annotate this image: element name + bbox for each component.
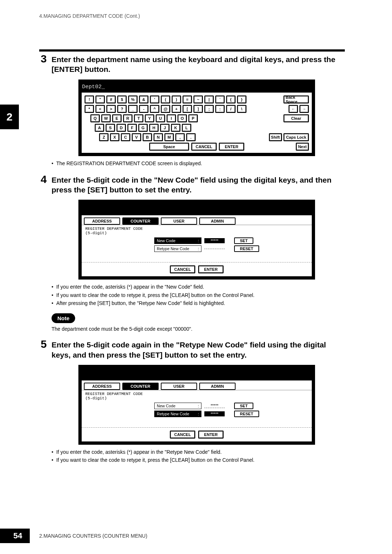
enter-button[interactable]: ENTER [198, 265, 224, 273]
set-button[interactable]: SET [234, 403, 253, 409]
key-space[interactable]: Space [149, 143, 189, 151]
key-amp[interactable]: & [139, 95, 148, 103]
key-x[interactable]: X [110, 133, 119, 141]
key-rbrace[interactable]: } [237, 95, 246, 103]
new-code-value: ***** [204, 403, 225, 408]
page-number: 54 [0, 529, 30, 543]
step-number: 3 [41, 53, 47, 65]
key-colon[interactable]: : [215, 105, 225, 113]
key-w[interactable]: W [101, 114, 111, 122]
key-caret[interactable]: ^ [150, 105, 159, 113]
key-semicolon[interactable]: ; [204, 105, 214, 113]
key-k[interactable]: K [171, 124, 180, 132]
key-shift[interactable]: Shift [269, 133, 282, 141]
step-5: 5 Enter the 5-digit code again in the "R… [39, 340, 345, 464]
key-rparen[interactable]: ) [172, 95, 181, 103]
key-l[interactable]: L [182, 124, 191, 132]
key-enter[interactable]: ENTER [219, 143, 244, 151]
key-exclaim[interactable]: ! [85, 95, 94, 103]
key-t[interactable]: T [134, 114, 143, 122]
key-next[interactable]: Next [296, 143, 309, 151]
key-apos[interactable]: ' [150, 95, 159, 103]
key-underscore[interactable]: _ [128, 105, 138, 113]
key-e[interactable]: E [112, 114, 122, 122]
key-hash[interactable]: # [106, 95, 116, 103]
tab-admin[interactable]: ADMIN [199, 217, 236, 225]
key-backslash[interactable]: \ [237, 105, 246, 113]
step-instruction: Enter the department name using the keyb… [52, 54, 345, 74]
key-lbrace[interactable]: { [226, 95, 236, 103]
key-arrow-right[interactable]: → [299, 105, 309, 113]
key-comma[interactable]: , [175, 133, 185, 141]
retype-code-field[interactable]: Retype New Code : [154, 245, 201, 252]
key-i[interactable]: I [167, 114, 176, 122]
reset-button[interactable]: RESET [234, 411, 259, 417]
step-number: 4 [41, 173, 47, 186]
tab-admin[interactable]: ADMIN [199, 383, 236, 390]
new-code-field[interactable]: New Code : [154, 237, 201, 244]
key-b[interactable]: B [143, 133, 152, 141]
key-g[interactable]: G [138, 124, 148, 132]
tab-counter[interactable]: COUNTER [122, 383, 159, 390]
key-pipe[interactable]: | [204, 95, 214, 103]
register-screenshot-1: ADDRESS COUNTER USER ADMIN REGISTER DEPA… [78, 200, 315, 280]
register-screenshot-2: ADDRESS COUNTER USER ADMIN REGISTER DEPA… [78, 365, 315, 445]
tab-address[interactable]: ADDRESS [84, 383, 120, 390]
retype-code-field[interactable]: Retype New Code : [154, 411, 201, 417]
key-n[interactable]: N [154, 133, 163, 141]
key-backspace[interactable]: Back Space [283, 95, 309, 103]
key-arrow-left[interactable]: ← [289, 105, 298, 113]
key-at[interactable]: @ [161, 105, 170, 113]
key-lbracket[interactable]: [ [183, 105, 192, 113]
key-v[interactable]: V [132, 133, 141, 141]
key-h[interactable]: H [149, 124, 159, 132]
cancel-button[interactable]: CANCEL [170, 431, 195, 439]
key-asterisk[interactable]: * [85, 105, 94, 113]
key-s[interactable]: S [106, 124, 115, 132]
key-plus[interactable]: + [172, 105, 181, 113]
key-equals[interactable]: = [183, 95, 192, 103]
page-header: 4.MANAGING DEPARTMENT CODE (Cont.) [39, 13, 140, 19]
key-m[interactable]: M [164, 133, 174, 141]
tab-counter[interactable]: COUNTER [122, 217, 159, 225]
key-tilde[interactable]: ~ [193, 95, 203, 103]
key-clear[interactable]: Clear [283, 114, 309, 122]
key-rbracket[interactable]: ] [193, 105, 203, 113]
key-minus[interactable]: - [139, 105, 148, 113]
cancel-button[interactable]: CANCEL [170, 265, 195, 273]
tab-user[interactable]: USER [161, 217, 197, 225]
new-code-field[interactable]: New Code : [154, 403, 201, 409]
key-period[interactable]: . [186, 133, 196, 141]
key-c[interactable]: C [121, 133, 130, 141]
retype-code-value [204, 249, 225, 249]
key-backtick[interactable]: ` [215, 95, 225, 103]
key-r[interactable]: R [123, 114, 132, 122]
key-p[interactable]: P [188, 114, 198, 122]
key-d[interactable]: D [117, 124, 126, 132]
key-o[interactable]: O [177, 114, 187, 122]
key-gt[interactable]: > [106, 105, 116, 113]
key-j[interactable]: J [160, 124, 170, 132]
key-lparen[interactable]: ( [161, 95, 170, 103]
reset-button[interactable]: RESET [234, 245, 259, 252]
key-lt[interactable]: < [95, 105, 105, 113]
key-y[interactable]: Y [145, 114, 154, 122]
enter-button[interactable]: ENTER [198, 431, 224, 439]
key-dquote[interactable]: " [95, 95, 105, 103]
key-cancel[interactable]: CANCEL [191, 143, 217, 151]
tab-user[interactable]: USER [161, 383, 197, 390]
key-dollar[interactable]: $ [117, 95, 127, 103]
set-button[interactable]: SET [234, 237, 253, 244]
tab-address[interactable]: ADDRESS [84, 217, 120, 225]
step-4: 4 Enter the 5-digit code in the "New Cod… [39, 175, 345, 332]
key-percent[interactable]: % [128, 95, 138, 103]
key-question[interactable]: ? [117, 105, 127, 113]
key-a[interactable]: A [95, 124, 104, 132]
key-u[interactable]: U [156, 114, 165, 122]
panel-title: REGISTER DEPARTMENT CODE (5-digit) [82, 390, 312, 401]
key-capslock[interactable]: Caps Lock [283, 133, 309, 141]
key-slash[interactable]: / [226, 105, 236, 113]
key-z[interactable]: Z [99, 133, 109, 141]
key-f[interactable]: F [127, 124, 137, 132]
key-q[interactable]: Q [90, 114, 100, 122]
